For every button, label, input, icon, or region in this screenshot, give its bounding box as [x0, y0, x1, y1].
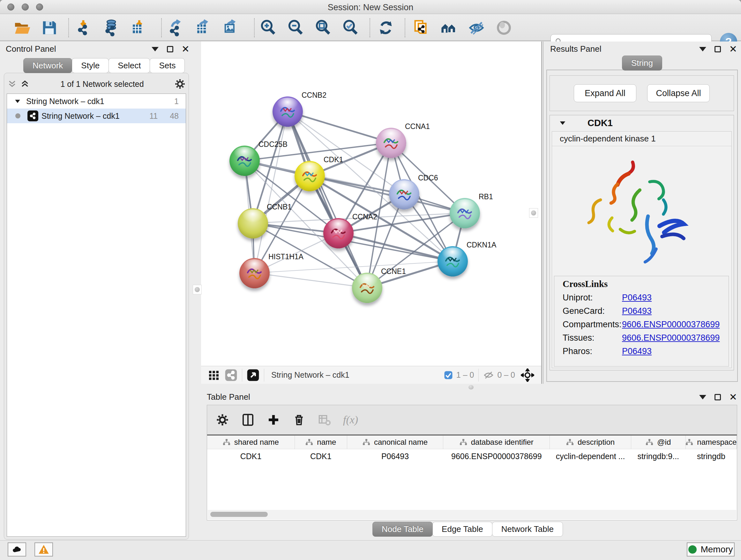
refresh-icon[interactable] — [377, 18, 395, 37]
node-CDK1[interactable] — [294, 161, 325, 191]
close-panel-icon[interactable]: ✕ — [182, 46, 190, 52]
node-label-CCNE1: CCNE1 — [381, 267, 406, 276]
crosslinks-section: CrossLinks Uniprot:P06493GeneCard:P06493… — [554, 276, 729, 367]
export-image-icon[interactable] — [221, 18, 239, 37]
column-header-description[interactable]: description — [550, 435, 631, 449]
save-session-icon[interactable] — [40, 18, 59, 37]
network-collection-row[interactable]: String Network – cdk1 1 — [7, 94, 186, 109]
structure-thumbnail — [235, 151, 254, 171]
node-CCNB1[interactable] — [238, 208, 268, 239]
collapse-all-chevrons-icon[interactable] — [7, 79, 17, 89]
column-header-@id[interactable]: @id — [631, 435, 685, 449]
memory-label: Memory — [700, 544, 733, 555]
crosslink-link[interactable]: P06493 — [622, 293, 652, 303]
float-panel-icon[interactable] — [715, 46, 721, 52]
close-panel-icon[interactable]: ✕ — [729, 394, 737, 400]
selected-checkbox-icon[interactable] — [444, 370, 453, 380]
minimize-panel-icon[interactable] — [699, 47, 706, 51]
delete-column-trash-icon[interactable] — [292, 413, 306, 427]
import-network-database-icon[interactable] — [102, 18, 120, 37]
tab-style[interactable]: Style — [72, 58, 109, 73]
grid-view-icon[interactable] — [208, 369, 219, 381]
node-CCNA1[interactable] — [376, 128, 406, 158]
node-CCNE1[interactable] — [352, 273, 382, 303]
zoom-in-icon[interactable] — [259, 18, 278, 37]
memory-status-dot — [688, 545, 697, 554]
horizontal-splitter[interactable] — [201, 384, 741, 391]
open-file-icon[interactable] — [13, 18, 31, 37]
table-settings-gear-icon[interactable] — [215, 413, 229, 427]
column-header-namespace[interactable]: namespace — [685, 435, 737, 449]
import-table-icon[interactable] — [129, 18, 147, 37]
tab-network-table[interactable]: Network Table — [492, 522, 563, 537]
crosslink-link[interactable]: P06493 — [622, 347, 652, 356]
network-canvas[interactable]: CCNB2 CCNA1 CDC25B CDK1 CDC6 RB1CCNB1 CC… — [201, 42, 541, 366]
expand-all-chevrons-icon[interactable] — [20, 79, 30, 89]
table-cell: cyclin-dependent ... — [550, 449, 631, 464]
gene-description: cyclin-dependent kinase 1 — [552, 132, 731, 146]
column-header-canonical-name[interactable]: canonical name — [347, 435, 443, 449]
hidden-eye-icon[interactable] — [483, 370, 494, 381]
column-header-database-identifier[interactable]: database identifier — [443, 435, 550, 449]
home-icon[interactable] — [440, 18, 458, 37]
collapse-all-button[interactable]: Collapse All — [647, 84, 710, 102]
vertical-splitter[interactable] — [541, 42, 543, 385]
network-row[interactable]: String Network – cdk1 11 48 — [7, 109, 186, 123]
close-panel-icon[interactable]: ✕ — [729, 46, 737, 52]
splitter-grip-left[interactable] — [193, 285, 202, 294]
clone-network-icon[interactable] — [412, 18, 431, 37]
birds-eye-view-icon[interactable] — [247, 369, 259, 381]
gear-icon[interactable] — [175, 78, 185, 89]
crosslink-link[interactable]: 9606.ENSP00000378699 — [622, 320, 720, 329]
table-cell: CDK1 — [294, 449, 347, 464]
tab-network[interactable]: Network — [23, 58, 72, 73]
column-header-name[interactable]: name — [294, 435, 347, 449]
node-CDC25B[interactable] — [229, 145, 260, 176]
export-network-icon[interactable] — [166, 18, 185, 37]
table-hscrollbar-thumb[interactable] — [210, 512, 268, 517]
warnings-button[interactable] — [35, 543, 53, 557]
collapse-section-caret-icon[interactable] — [559, 119, 566, 127]
tab-sets[interactable]: Sets — [150, 58, 185, 73]
node-CCNA2[interactable] — [323, 218, 354, 248]
tab-edge-table[interactable]: Edge Table — [432, 522, 492, 537]
table-hscrollbar-track[interactable] — [208, 510, 736, 519]
node-HIST1H1A[interactable] — [239, 258, 270, 288]
node-CDKN1A[interactable] — [437, 246, 468, 276]
zoom-fit-icon[interactable] — [314, 18, 333, 37]
node-label-CCNB2: CCNB2 — [301, 91, 327, 100]
structure-thumbnail — [358, 278, 377, 298]
node-label-CCNB1: CCNB1 — [267, 203, 292, 211]
cloud-button[interactable] — [8, 543, 26, 557]
show-columns-icon[interactable] — [241, 413, 255, 427]
tab-select[interactable]: Select — [109, 58, 150, 73]
crosslink-link[interactable]: 9606.ENSP00000378699 — [622, 333, 720, 343]
horizontal-splitter-grip[interactable] — [468, 385, 474, 389]
node-CDC6[interactable] — [389, 179, 419, 209]
float-panel-icon[interactable] — [167, 46, 173, 52]
node-RB1[interactable] — [450, 198, 480, 228]
tree-expand-caret-icon[interactable] — [14, 98, 21, 105]
tab-string[interactable]: String — [622, 56, 662, 71]
minimize-panel-icon[interactable] — [151, 47, 158, 51]
expand-all-button[interactable]: Expand All — [574, 84, 636, 102]
fit-content-crosshair-icon[interactable] — [521, 368, 534, 382]
minimize-panel-icon[interactable] — [699, 395, 706, 399]
hide-graphics-details-icon[interactable] — [467, 18, 486, 37]
splitter-grip-right[interactable] — [529, 208, 538, 218]
import-network-icon[interactable] — [74, 18, 92, 37]
float-panel-icon[interactable] — [715, 394, 721, 400]
string-view-icon[interactable] — [225, 369, 238, 381]
zoom-selected-icon[interactable] — [341, 18, 360, 37]
memory-button[interactable]: Memory — [687, 543, 735, 557]
tab-node-table[interactable]: Node Table — [373, 522, 433, 537]
crosslink-link[interactable]: P06493 — [622, 306, 652, 316]
column-header-shared-name[interactable]: shared name — [207, 435, 294, 449]
zoom-out-icon[interactable] — [286, 18, 305, 37]
node-CCNB2[interactable] — [273, 97, 303, 127]
export-table-icon[interactable] — [193, 18, 212, 37]
create-column-plus-icon[interactable] — [266, 413, 280, 427]
string-results-content: Expand All Collapse All CDK1 cyclin-depe… — [546, 70, 738, 382]
render-sphere-icon[interactable] — [495, 18, 513, 37]
table-row[interactable]: CDK1CDK1P064939606.ENSP00000378699cyclin… — [207, 449, 737, 464]
